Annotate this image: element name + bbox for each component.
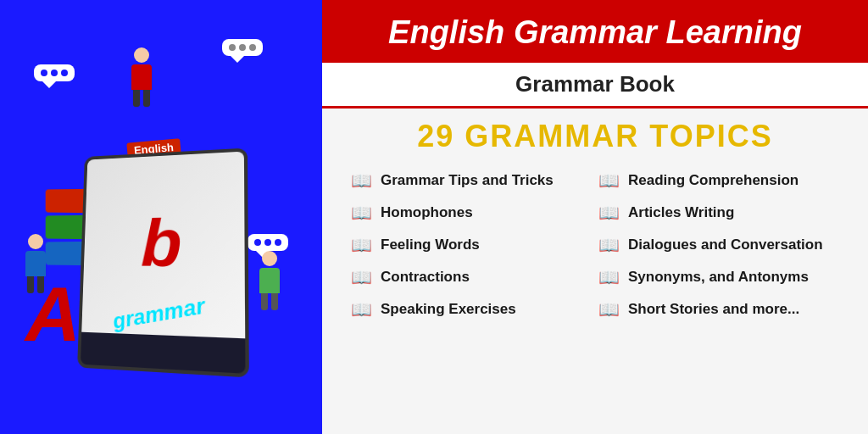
topic-item-grammar-tips: 📖 Grammar Tips and Tricks (348, 164, 595, 197)
book-icon-4: 📖 (351, 267, 372, 287)
person-sitting (131, 47, 152, 107)
book-icon-5: 📖 (351, 299, 372, 320)
topic-label-synonyms: Synonyms, and Antonyms (628, 269, 809, 286)
topic-label-grammar-tips: Grammar Tips and Tricks (381, 172, 554, 189)
topic-item-homophones: 📖 Homophones (348, 197, 595, 229)
topics-right-column: 📖 Reading Comprehension 📖 Articles Writi… (595, 164, 843, 426)
topic-item-short-stories: 📖 Short Stories and more... (595, 293, 843, 326)
topic-item-synonyms: 📖 Synonyms, and Antonyms (595, 261, 843, 293)
book-icon-3: 📖 (351, 235, 372, 255)
topic-item-feeling-words: 📖 Feeling Words (348, 229, 595, 261)
topic-item-speaking-exercises: 📖 Speaking Exercises (348, 293, 595, 326)
tablet-device: b (77, 147, 249, 377)
topics-grid: 📖 Grammar Tips and Tricks 📖 Homophones 📖… (322, 161, 868, 434)
book-icon-10: 📖 (598, 299, 620, 320)
topic-item-contractions: 📖 Contractions (348, 261, 595, 293)
chat-bubble-1 (34, 64, 75, 81)
person-right (259, 251, 280, 310)
topic-label-feeling-words: Feeling Words (381, 236, 480, 253)
book-icon-1: 📖 (351, 170, 372, 191)
topic-item-reading-comprehension: 📖 Reading Comprehension (595, 164, 843, 197)
topic-label-contractions: Contractions (381, 269, 470, 286)
book-icon-6: 📖 (598, 170, 620, 191)
subtitle: Grammar Book (322, 63, 868, 108)
topic-label-speaking-exercises: Speaking Exercises (381, 301, 516, 318)
person-left (25, 234, 46, 293)
topic-label-homophones: Homophones (381, 204, 473, 221)
topic-label-reading-comprehension: Reading Comprehension (628, 172, 798, 189)
book-icon-8: 📖 (598, 235, 620, 255)
topic-label-articles-writing: Articles Writing (628, 204, 734, 221)
main-title: English Grammar Learning (322, 0, 868, 63)
topic-item-dialogues: 📖 Dialogues and Conversation (595, 229, 843, 261)
topic-label-short-stories: Short Stories and more... (628, 301, 799, 318)
chat-bubble-2 (222, 39, 263, 56)
book-icon-7: 📖 (598, 203, 620, 223)
topic-label-dialogues: Dialogues and Conversation (628, 236, 823, 253)
topics-count: 29 GRAMMAR TOPICS (322, 108, 868, 161)
book-icon-9: 📖 (598, 267, 620, 287)
content-panel: English Grammar Learning Grammar Book 29… (322, 0, 868, 434)
chat-bubble-3 (248, 234, 288, 251)
topics-left-column: 📖 Grammar Tips and Tricks 📖 Homophones 📖… (348, 164, 595, 426)
illustration-panel: English b A grammar (0, 0, 322, 434)
topic-item-articles-writing: 📖 Articles Writing (595, 197, 843, 229)
book-icon-2: 📖 (351, 203, 372, 223)
illustration: English b A grammar (8, 14, 314, 420)
